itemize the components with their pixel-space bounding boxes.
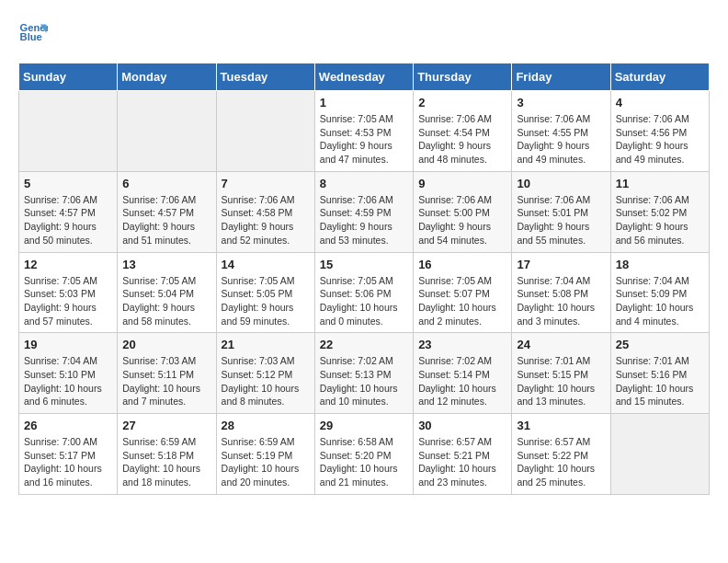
calendar-cell: 2Sunrise: 7:06 AMSunset: 4:54 PMDaylight…	[414, 91, 512, 172]
day-number: 9	[418, 177, 506, 190]
weekday-header: Friday	[512, 63, 610, 91]
weekday-header: Wednesday	[314, 63, 413, 91]
day-number: 13	[122, 258, 210, 271]
day-info: Sunrise: 6:58 AMSunset: 5:20 PMDaylight:…	[320, 435, 408, 489]
calendar-cell: 30Sunrise: 6:57 AMSunset: 5:21 PMDayligh…	[414, 414, 512, 495]
calendar-cell: 14Sunrise: 7:05 AMSunset: 5:05 PMDayligh…	[216, 252, 314, 333]
day-info: Sunrise: 7:03 AMSunset: 5:12 PMDaylight:…	[222, 354, 310, 408]
day-number: 11	[616, 177, 704, 190]
day-info: Sunrise: 7:06 AMSunset: 4:55 PMDaylight:…	[517, 112, 605, 167]
day-info: Sunrise: 7:05 AMSunset: 4:53 PMDaylight:…	[320, 112, 408, 167]
calendar-cell: 18Sunrise: 7:04 AMSunset: 5:09 PMDayligh…	[610, 252, 709, 333]
day-number: 23	[418, 338, 506, 351]
day-info: Sunrise: 7:02 AMSunset: 5:14 PMDaylight:…	[418, 354, 506, 408]
day-info: Sunrise: 7:06 AMSunset: 4:54 PMDaylight:…	[418, 112, 506, 167]
calendar-cell: 21Sunrise: 7:03 AMSunset: 5:12 PMDayligh…	[216, 333, 314, 414]
day-number: 24	[517, 338, 605, 351]
day-info: Sunrise: 7:01 AMSunset: 5:15 PMDaylight:…	[517, 354, 605, 408]
day-number: 27	[122, 419, 210, 432]
day-info: Sunrise: 7:04 AMSunset: 5:08 PMDaylight:…	[517, 274, 605, 328]
calendar-cell: 5Sunrise: 7:06 AMSunset: 4:57 PMDaylight…	[19, 171, 118, 252]
calendar-cell: 8Sunrise: 7:06 AMSunset: 4:59 PMDaylight…	[314, 171, 413, 252]
logo-icon: General Blue	[18, 18, 48, 48]
day-info: Sunrise: 7:06 AMSunset: 4:59 PMDaylight:…	[320, 193, 408, 247]
day-info: Sunrise: 7:05 AMSunset: 5:07 PMDaylight:…	[418, 274, 506, 328]
calendar-cell: 7Sunrise: 7:06 AMSunset: 4:58 PMDaylight…	[216, 171, 314, 252]
calendar-cell: 27Sunrise: 6:59 AMSunset: 5:18 PMDayligh…	[118, 414, 216, 495]
day-number: 5	[24, 177, 112, 190]
day-number: 10	[517, 177, 605, 190]
day-number: 21	[222, 338, 310, 351]
day-number: 20	[122, 338, 210, 351]
calendar-cell: 15Sunrise: 7:05 AMSunset: 5:06 PMDayligh…	[314, 252, 413, 333]
calendar-cell: 3Sunrise: 7:06 AMSunset: 4:55 PMDaylight…	[512, 91, 610, 172]
calendar-cell	[118, 91, 216, 172]
day-info: Sunrise: 7:06 AMSunset: 4:57 PMDaylight:…	[122, 193, 210, 247]
day-number: 7	[222, 177, 310, 190]
day-number: 31	[517, 419, 605, 432]
day-info: Sunrise: 6:59 AMSunset: 5:18 PMDaylight:…	[122, 435, 210, 489]
day-number: 8	[320, 177, 408, 190]
logo: General Blue	[18, 18, 53, 48]
weekday-header: Monday	[118, 63, 216, 91]
svg-text:Blue: Blue	[20, 31, 42, 42]
day-info: Sunrise: 7:05 AMSunset: 5:03 PMDaylight:…	[24, 274, 112, 328]
day-number: 12	[24, 258, 112, 271]
day-number: 3	[517, 96, 605, 109]
calendar-cell: 23Sunrise: 7:02 AMSunset: 5:14 PMDayligh…	[414, 333, 512, 414]
day-info: Sunrise: 7:06 AMSunset: 4:56 PMDaylight:…	[616, 112, 704, 167]
calendar-cell	[216, 91, 314, 172]
day-info: Sunrise: 7:06 AMSunset: 5:02 PMDaylight:…	[616, 193, 704, 247]
day-info: Sunrise: 6:57 AMSunset: 5:22 PMDaylight:…	[517, 435, 605, 489]
day-info: Sunrise: 7:06 AMSunset: 4:58 PMDaylight:…	[222, 193, 310, 247]
day-number: 16	[418, 258, 506, 271]
day-info: Sunrise: 7:04 AMSunset: 5:09 PMDaylight:…	[616, 274, 704, 328]
day-info: Sunrise: 7:00 AMSunset: 5:17 PMDaylight:…	[24, 435, 112, 489]
calendar-header: SundayMondayTuesdayWednesdayThursdayFrid…	[19, 63, 710, 91]
day-info: Sunrise: 7:02 AMSunset: 5:13 PMDaylight:…	[320, 354, 408, 408]
page-header: General Blue	[18, 18, 710, 48]
day-number: 28	[222, 419, 310, 432]
calendar-cell: 1Sunrise: 7:05 AMSunset: 4:53 PMDaylight…	[314, 91, 413, 172]
day-info: Sunrise: 7:04 AMSunset: 5:10 PMDaylight:…	[24, 354, 112, 408]
calendar-cell: 6Sunrise: 7:06 AMSunset: 4:57 PMDaylight…	[118, 171, 216, 252]
day-info: Sunrise: 7:05 AMSunset: 5:04 PMDaylight:…	[122, 274, 210, 328]
calendar-cell: 10Sunrise: 7:06 AMSunset: 5:01 PMDayligh…	[512, 171, 610, 252]
calendar-cell: 19Sunrise: 7:04 AMSunset: 5:10 PMDayligh…	[19, 333, 118, 414]
calendar-cell: 22Sunrise: 7:02 AMSunset: 5:13 PMDayligh…	[314, 333, 413, 414]
day-number: 22	[320, 338, 408, 351]
day-info: Sunrise: 7:03 AMSunset: 5:11 PMDaylight:…	[122, 354, 210, 408]
day-number: 26	[24, 419, 112, 432]
calendar-cell: 17Sunrise: 7:04 AMSunset: 5:08 PMDayligh…	[512, 252, 610, 333]
calendar-cell: 28Sunrise: 6:59 AMSunset: 5:19 PMDayligh…	[216, 414, 314, 495]
day-number: 19	[24, 338, 112, 351]
day-number: 14	[222, 258, 310, 271]
day-number: 30	[418, 419, 506, 432]
calendar-cell: 16Sunrise: 7:05 AMSunset: 5:07 PMDayligh…	[414, 252, 512, 333]
day-number: 29	[320, 419, 408, 432]
weekday-header: Sunday	[19, 63, 118, 91]
calendar-cell: 4Sunrise: 7:06 AMSunset: 4:56 PMDaylight…	[610, 91, 709, 172]
day-number: 25	[616, 338, 704, 351]
weekday-header: Saturday	[610, 63, 709, 91]
calendar-cell	[610, 414, 709, 495]
weekday-header: Tuesday	[216, 63, 314, 91]
calendar-cell: 24Sunrise: 7:01 AMSunset: 5:15 PMDayligh…	[512, 333, 610, 414]
day-info: Sunrise: 7:06 AMSunset: 5:01 PMDaylight:…	[517, 193, 605, 247]
calendar-table: SundayMondayTuesdayWednesdayThursdayFrid…	[18, 63, 710, 495]
day-number: 17	[517, 258, 605, 271]
calendar-cell	[19, 91, 118, 172]
day-info: Sunrise: 7:05 AMSunset: 5:06 PMDaylight:…	[320, 274, 408, 328]
calendar-cell: 20Sunrise: 7:03 AMSunset: 5:11 PMDayligh…	[118, 333, 216, 414]
calendar-cell: 26Sunrise: 7:00 AMSunset: 5:17 PMDayligh…	[19, 414, 118, 495]
calendar-cell: 12Sunrise: 7:05 AMSunset: 5:03 PMDayligh…	[19, 252, 118, 333]
calendar-cell: 11Sunrise: 7:06 AMSunset: 5:02 PMDayligh…	[610, 171, 709, 252]
day-info: Sunrise: 6:57 AMSunset: 5:21 PMDaylight:…	[418, 435, 506, 489]
day-info: Sunrise: 6:59 AMSunset: 5:19 PMDaylight:…	[222, 435, 310, 489]
day-info: Sunrise: 7:06 AMSunset: 5:00 PMDaylight:…	[418, 193, 506, 247]
calendar-cell: 25Sunrise: 7:01 AMSunset: 5:16 PMDayligh…	[610, 333, 709, 414]
day-number: 2	[418, 96, 506, 109]
weekday-header: Thursday	[414, 63, 512, 91]
day-info: Sunrise: 7:06 AMSunset: 4:57 PMDaylight:…	[24, 193, 112, 247]
calendar-cell: 31Sunrise: 6:57 AMSunset: 5:22 PMDayligh…	[512, 414, 610, 495]
